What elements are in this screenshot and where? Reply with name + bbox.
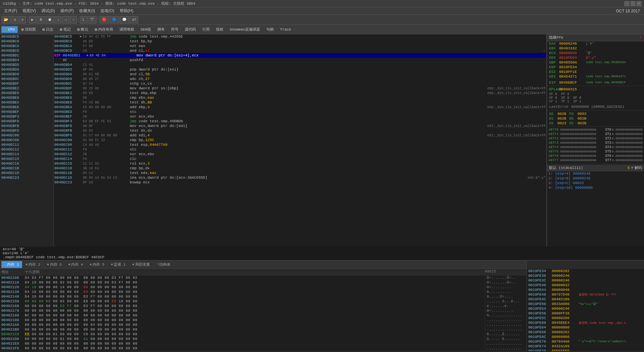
reg-esi[interactable]: ESI 0019FF1E (547, 70, 644, 74)
stack-row[interactable]: 0019FE34 00000202 (527, 269, 644, 273)
mem-tab-1[interactable]: ■ 内存 1 (1, 261, 22, 268)
mem-row[interactable]: 004021F8 00 00 00 00 00 00 00 00 00 00 0… (0, 346, 527, 351)
tree-item[interactable]: 0046EC15 (0, 157, 53, 161)
code-line[interactable]: 0046EC11 F9 stc (54, 147, 546, 152)
tree-item[interactable]: 0046EC00 (0, 133, 53, 138)
code-line[interactable]: 0046EBCA F7 D0 not eax (54, 44, 546, 48)
mem-row[interactable]: 004021A8 00 00 00 00 00 00 00 00 00 04 0… (0, 322, 527, 327)
mem-row[interactable]: 00402158 00 00 00 00 00 02 00 00 E8 00 0… (0, 299, 527, 304)
tree-item[interactable]: 0046EBDF (0, 81, 53, 86)
tree-item[interactable]: 0046EBEF (0, 109, 53, 114)
stack-row[interactable]: 0019FE3C 00000246 (527, 278, 644, 283)
code-line[interactable]: 0046EBF8 8B 0F mov ecx,dword ptr ds:[edi… (54, 124, 546, 128)
code-line-eip[interactable]: EIP 0046EBD1 ● 89 4E 04 mov dword ptr ds… (54, 53, 546, 58)
nav-log[interactable]: 日志 (39, 26, 56, 33)
code-line[interactable]: 9C pushfd (54, 58, 546, 62)
mem-row[interactable]: 004021C8 F5 00 00 00 01 00 00 00 C8 00 0… (0, 332, 527, 337)
mem-row[interactable]: 004021D8 00 00 00 00 00 01 00 00 01 00 0… (0, 337, 527, 341)
code-line[interactable]: 0046EC14 F8 clc (54, 157, 546, 161)
tb-breakpoint[interactable]: 🔴 (100, 16, 109, 24)
code-line[interactable]: 0046EBED F9 stc (54, 109, 546, 114)
mem-row[interactable]: 00402198 00 00 00 00 00 00 00 00 00 00 0… (0, 318, 527, 322)
xmm-st5[interactable]: x87r5 00000000000000000000 ST5 0.0000000… (547, 149, 644, 154)
stack-row[interactable]: 0019FE70 007944A0 "-y"==&"C:\\Users\\adm… (527, 339, 644, 344)
mem-row[interactable]: 00402138 D4 16 00 00 00 00 00 00 D4 00 0… (0, 290, 527, 294)
tb-hw-breakpoint[interactable]: 🔵 (110, 16, 119, 24)
stack-row[interactable]: 0019FE58 0000FF28 (527, 311, 644, 316)
tree-item[interactable]: 0046EC11 (0, 142, 53, 147)
tree-item[interactable]: 0046EBD1 (0, 53, 53, 58)
code-line[interactable]: 0046EBDF 88 25 00 mov dword ptr ss:[ebp]… (54, 86, 546, 91)
tree-item[interactable]: 0046EBFD (0, 128, 53, 133)
stack-row[interactable]: 0019FE54 00000246 (527, 306, 644, 311)
tree-item[interactable]: 0046EBED (0, 105, 53, 109)
reg-edx[interactable]: EDX 0019FE94 &"-y" (547, 55, 644, 60)
tree-item[interactable]: 0046EBDC (0, 77, 53, 81)
tb-run-to-cursor[interactable]: ⤵ (80, 16, 87, 24)
xmm-st6[interactable]: x87r6 00000000000000000000 ST6 0.0000000… (547, 154, 644, 158)
tb-pause[interactable]: ⏸ (37, 16, 45, 24)
menu-help[interactable]: 帮助(H) (117, 7, 136, 14)
tb-open[interactable]: 📂 (1, 16, 11, 24)
code-line[interactable]: 0046EBCD C8 and cl,al ← (54, 48, 546, 53)
mem-row[interactable]: 00402208 00 00 00 00 00 00 00 00 00 00 0… (0, 351, 527, 351)
tree-item[interactable]: 0046EC1D (0, 171, 53, 175)
xmm-st4[interactable]: x87r4 00000000000000000000 ST4 0.0000000… (547, 145, 644, 149)
reg-esp[interactable]: ESP 0019FE34 (547, 65, 644, 70)
mem-row[interactable]: 00402148 D4 16 00 00 00 00 00 00 D3 F7 0… (0, 294, 527, 299)
mem-row[interactable]: 00402128 84 16 00 00 00 14 00 00 D4 00 0… (0, 285, 527, 290)
mem-row[interactable]: 00402108 D4 D3 F7 00 00 00 00 00 00 00 0… (0, 275, 527, 280)
mem-tab-4[interactable]: ■ 内存 4 (65, 261, 86, 268)
nav-notes[interactable]: 笔记 (57, 26, 74, 33)
minimize-button[interactable]: — (625, 1, 629, 6)
code-line[interactable]: 0046EC1B 85 C2 test edx,eax (54, 171, 546, 175)
code-line[interactable]: 0046EBE2 85 ED test ebp,ebp ebp:_dyn_tls… (54, 91, 546, 95)
tree-item[interactable]: 0046EC14 (0, 152, 53, 157)
menu-plugins[interactable]: 插件(P) (58, 7, 76, 14)
code-line[interactable]: 0046EC06 C4 A9 A0 test esp,64A077A9 (54, 142, 546, 147)
mem-row[interactable]: 004021E8 00 00 00 00 00 00 00 00 00 00 0… (0, 341, 527, 346)
nav-bp[interactable]: 断点 (74, 26, 91, 33)
tree-item[interactable]: 0046EBD5 (0, 62, 53, 67)
tb-run[interactable]: ▶ (29, 16, 36, 24)
reg-ebp[interactable]: EBP 0048556A code test.vmp.0048556A (547, 60, 644, 65)
xmm-st0[interactable]: x87r0 00000000000000000000 ST0 0.0000000… (547, 128, 644, 132)
code-line[interactable]: 0046EBD6 80 E1 5B and cl,5B (54, 72, 546, 77)
nav-refs[interactable]: 引用 (199, 26, 213, 33)
code-line[interactable]: 0046EBEA C5 04 00 00 00 add ebp,4 ebp:_d… (54, 105, 546, 109)
mem-row[interactable]: 00402118 84 16 00 00 00 02 00 00 00 00 0… (0, 280, 527, 285)
tree-item[interactable]: 0046EBC5 (0, 34, 53, 39)
mem-tab-watch[interactable]: ■ 监视 1 (108, 261, 129, 268)
stack-row[interactable]: 0019FE4C 00402100 (527, 297, 644, 302)
stack-row[interactable]: 0019FE48 00797D48 返回到 00797D48 自 ??? (527, 292, 644, 297)
code-line[interactable]: 0046EBD4 C1 41 (54, 62, 546, 67)
stack-row[interactable]: 0019FE60 0045EEE4 返回到 code test.vmp._dyn… (527, 320, 644, 325)
nav-source[interactable]: 源代码 (182, 26, 199, 33)
code-line[interactable]: 0046EBEF CB xor ecx,ebx (54, 114, 546, 119)
tree-item[interactable]: 0046EBE8 (0, 95, 53, 100)
tb-label[interactable]: 🏷 (130, 16, 138, 24)
tree-item[interactable]: 0046EC1B (0, 166, 53, 171)
nav-handles[interactable]: 句柄 (263, 26, 277, 33)
nav-threads[interactable]: 线程 (213, 26, 226, 33)
nav-seh[interactable]: SEH链 (138, 26, 154, 33)
call-row-1[interactable]: 1: [esp+4] 00000246 (547, 171, 644, 176)
stack-row[interactable]: 0019FE40 00000032 (527, 283, 644, 288)
stack-row[interactable]: 0019FE5C 00000206 (527, 316, 644, 320)
nav-symbols[interactable]: 符号 (168, 26, 181, 33)
tb-restart[interactable]: ↺ (11, 16, 18, 24)
stack-row[interactable]: 0019FE44 00000048 (527, 288, 644, 292)
code-line[interactable]: 0046EBC5 ● E9 94 41 FD FF jmp code test.… (54, 34, 546, 39)
tb-comment[interactable]: 💬 (120, 16, 129, 24)
mem-tab-2[interactable]: ■ 内存 2 (23, 261, 44, 268)
reg-ecx[interactable]: ECX 00000040 '@' (547, 51, 644, 55)
code-line[interactable]: 0046EBFB 85 D2 test dx,dx (54, 128, 546, 133)
menu-debug[interactable]: 调试(D) (39, 7, 58, 14)
mem-row[interactable]: 00402188 BC 00 00 00 00 00 00 00 00 00 0… (0, 313, 527, 318)
tree-item[interactable]: 0046EBEA (0, 100, 53, 105)
code-line[interactable]: 0046EBD5 8F 06 pop dword ptr ds:[esi] (54, 67, 546, 72)
tree-item[interactable]: 0046EBD4 (0, 58, 53, 62)
nav-snowman[interactable]: Snowman反编译器 (227, 26, 263, 33)
call-row-4[interactable]: 4: [esp+10] 00000000 (547, 185, 644, 190)
menu-options[interactable]: 选项(O) (98, 7, 117, 14)
